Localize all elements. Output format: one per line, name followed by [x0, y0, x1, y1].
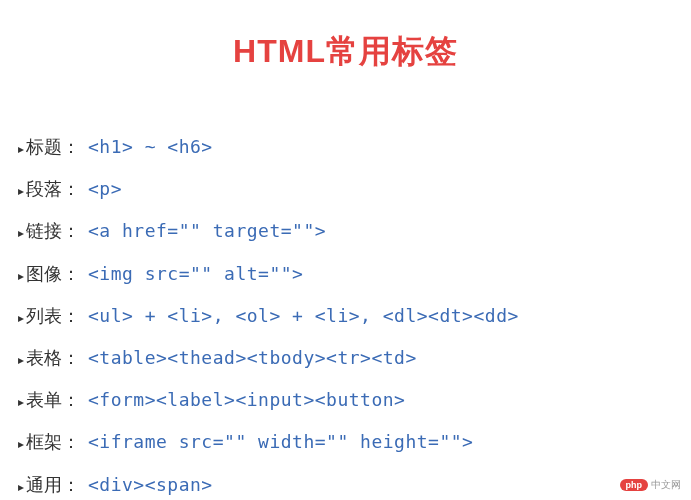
- bullet-icon: ▸: [18, 394, 24, 411]
- item-code: <iframe src="" width="" height="">: [88, 429, 473, 454]
- item-label: 链接：: [26, 219, 80, 244]
- item-code: <table><thead><tbody><tr><td>: [88, 345, 417, 370]
- watermark-text: 中文网: [651, 478, 681, 492]
- item-label: 列表：: [26, 304, 80, 329]
- page-title: HTML常用标签: [18, 30, 673, 74]
- list-item: ▸ 表单： <form><label><input><button>: [18, 387, 673, 413]
- item-code: <ul> + <li>, <ol> + <li>, <dl><dt><dd>: [88, 303, 519, 328]
- item-code: <p>: [88, 176, 122, 201]
- watermark: php 中文网: [620, 478, 682, 492]
- bullet-icon: ▸: [18, 268, 24, 285]
- list-item: ▸ 框架： <iframe src="" width="" height="">: [18, 429, 673, 455]
- list-item: ▸ 标题： <h1> ~ <h6>: [18, 134, 673, 160]
- list-item: ▸ 表格： <table><thead><tbody><tr><td>: [18, 345, 673, 371]
- item-code: <form><label><input><button>: [88, 387, 405, 412]
- item-label: 框架：: [26, 430, 80, 455]
- list-item: ▸ 图像： <img src="" alt="">: [18, 261, 673, 287]
- bullet-icon: ▸: [18, 310, 24, 327]
- item-code: <div><span>: [88, 472, 213, 497]
- item-label: 表单：: [26, 388, 80, 413]
- bullet-icon: ▸: [18, 352, 24, 369]
- bullet-icon: ▸: [18, 183, 24, 200]
- list-item: ▸ 段落： <p>: [18, 176, 673, 202]
- bullet-icon: ▸: [18, 141, 24, 158]
- item-code: <a href="" target="">: [88, 218, 326, 243]
- list-item: ▸ 通用： <div><span>: [18, 472, 673, 498]
- item-label: 表格：: [26, 346, 80, 371]
- bullet-icon: ▸: [18, 225, 24, 242]
- item-label: 图像：: [26, 262, 80, 287]
- list-item: ▸ 链接： <a href="" target="">: [18, 218, 673, 244]
- item-code: <img src="" alt="">: [88, 261, 303, 286]
- item-label: 标题：: [26, 135, 80, 160]
- item-label: 通用：: [26, 473, 80, 498]
- item-label: 段落：: [26, 177, 80, 202]
- watermark-badge: php: [620, 479, 649, 491]
- tag-list: ▸ 标题： <h1> ~ <h6> ▸ 段落： <p> ▸ 链接： <a hre…: [18, 134, 673, 500]
- bullet-icon: ▸: [18, 479, 24, 496]
- item-code: <h1> ~ <h6>: [88, 134, 213, 159]
- list-item: ▸ 列表： <ul> + <li>, <ol> + <li>, <dl><dt>…: [18, 303, 673, 329]
- bullet-icon: ▸: [18, 436, 24, 453]
